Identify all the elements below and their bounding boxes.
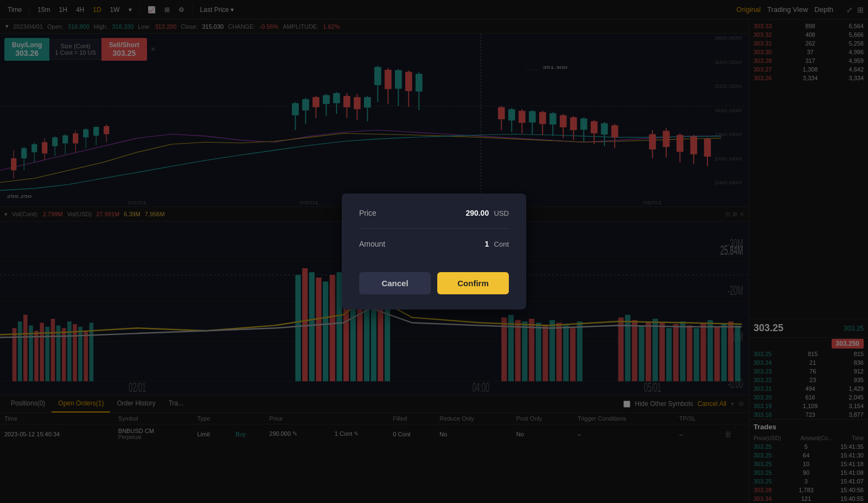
modal-buttons: Cancel Confirm	[359, 272, 509, 294]
modal-price-label: Price	[359, 209, 376, 217]
modal-amount-value: 1 Cont	[484, 240, 509, 248]
cancel-button[interactable]: Cancel	[359, 272, 431, 294]
confirm-modal: Price 290.00 USD Amount 1 Cont Cancel Co…	[342, 194, 526, 309]
modal-spacer	[359, 259, 509, 272]
confirm-button[interactable]: Confirm	[437, 272, 509, 294]
modal-amount-row: Amount 1 Cont	[359, 240, 509, 248]
modal-price-value: 290.00 USD	[465, 209, 509, 217]
modal-price-row: Price 290.00 USD	[359, 209, 509, 217]
modal-divider	[359, 228, 509, 229]
modal-overlay[interactable]: Price 290.00 USD Amount 1 Cont Cancel Co…	[0, 0, 868, 503]
modal-amount-label: Amount	[359, 240, 385, 248]
